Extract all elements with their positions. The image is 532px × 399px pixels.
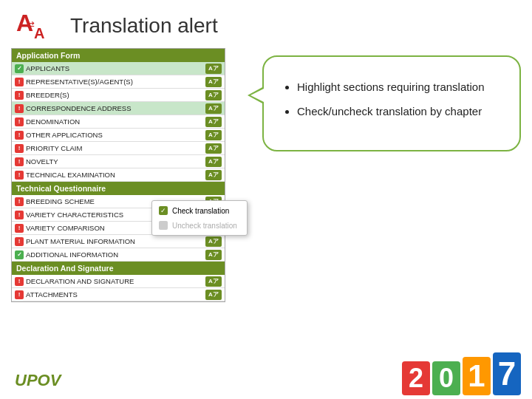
speech-bubble: Highlight sections requiring translation…: [262, 55, 521, 151]
translate-btn-0-4[interactable]: Aア: [205, 117, 222, 127]
translate-btn-2-1[interactable]: Aア: [205, 290, 222, 300]
status-icon-1-2: !: [15, 224, 24, 233]
translate-btn-1-3[interactable]: Aア: [205, 236, 222, 247]
status-icon-2-1: !: [15, 290, 24, 299]
section-header-1: Technical Questionnaire: [12, 182, 225, 195]
status-icon-1-0: !: [15, 197, 24, 206]
translation-icon: A A ⇄: [15, 7, 59, 44]
form-row-0-4: !DENOMINATIONAア: [12, 115, 225, 129]
status-icon-1-1: !: [15, 211, 24, 219]
bullet-list: Highlight sections requiring translation…: [282, 79, 501, 119]
form-row-0-6: !PRIORITY CLAIMAア: [12, 142, 225, 155]
row-label-1-4: ADDITIONAL INFORMATION: [26, 250, 203, 259]
form-row-0-0: ✓APPLICANTSAア: [12, 62, 225, 75]
form-row-0-8: !TECHNICAL EXAMINATIONAア: [12, 168, 225, 182]
uncheck-translation-label: Uncheck translation: [172, 222, 237, 230]
page-header: A A ⇄ Translation alert: [0, 0, 532, 48]
form-row-1-3: !PLANT MATERIAL INFORMATIONAア: [12, 235, 225, 248]
svg-text:⇄: ⇄: [27, 19, 35, 30]
form-row-2-1: !ATTACHMENTSAア: [12, 288, 225, 301]
form-row-0-3: !CORRESPONDENCE ADDRESSAア: [12, 102, 225, 115]
row-label-0-8: TECHNICAL EXAMINATION: [26, 171, 203, 179]
bullet-item-1: Highlight sections requiring translation: [297, 79, 501, 95]
status-icon-0-6: !: [15, 144, 24, 153]
translate-btn-1-4[interactable]: Aア: [205, 250, 222, 260]
page-title: Translation alert: [70, 14, 218, 38]
upov-logo: UPOV: [15, 371, 61, 390]
status-icon-0-0: ✓: [15, 64, 24, 73]
row-label-0-3: CORRESPONDENCE ADDRESS: [26, 104, 203, 112]
uncheck-translation-menu-item[interactable]: Uncheck translation: [152, 218, 247, 233]
main-content: Application Form✓APPLICANTSAア!REPRESENTA…: [0, 48, 532, 302]
status-icon-0-1: !: [15, 78, 24, 86]
section-header-0: Application Form: [12, 49, 225, 62]
translate-btn-2-0[interactable]: Aア: [205, 276, 222, 287]
row-label-0-5: OTHER APPLICATIONS: [26, 131, 203, 139]
status-icon-0-2: !: [15, 91, 24, 100]
translate-btn-0-5[interactable]: Aア: [205, 130, 222, 140]
svg-text:✓: ✓: [160, 207, 166, 214]
status-icon-1-4: ✓: [15, 250, 24, 259]
translate-btn-0-7[interactable]: Aア: [205, 157, 222, 167]
section-header-2: Declaration And Signature: [12, 262, 225, 275]
translate-btn-0-0[interactable]: Aア: [205, 64, 222, 74]
form-panel: Application Form✓APPLICANTSAア!REPRESENTA…: [11, 48, 225, 302]
row-label-0-4: DENOMINATION: [26, 117, 203, 126]
status-icon-2-0: !: [15, 277, 24, 286]
info-panel: Highlight sections requiring translation…: [240, 48, 521, 302]
translate-btn-0-1[interactable]: Aア: [205, 77, 222, 87]
status-icon-0-3: !: [15, 104, 24, 113]
form-row-0-1: !REPRESENTATIVE(S)/AGENT(S)Aア: [12, 75, 225, 89]
translate-btn-0-6[interactable]: Aア: [205, 143, 222, 154]
year-digit-3: 1: [463, 357, 491, 395]
row-label-0-1: REPRESENTATIVE(S)/AGENT(S): [26, 78, 203, 86]
form-row-2-0: !DECLARATION AND SIGNATUREAア: [12, 275, 225, 288]
status-icon-1-3: !: [15, 237, 24, 246]
context-menu: ✓ Check translation Uncheck translation: [151, 200, 248, 236]
row-label-1-3: PLANT MATERIAL INFORMATION: [26, 237, 203, 245]
status-icon-0-8: !: [15, 171, 24, 180]
row-label-0-2: BREEDER(S): [26, 91, 203, 99]
status-icon-0-7: !: [15, 157, 24, 166]
row-label-2-0: DECLARATION AND SIGNATURE: [26, 277, 203, 285]
translate-btn-0-3[interactable]: Aア: [205, 103, 222, 114]
check-translation-label: Check translation: [172, 207, 229, 215]
form-row-1-4: ✓ADDITIONAL INFORMATIONAア: [12, 248, 225, 262]
check-translation-menu-item[interactable]: ✓ Check translation: [152, 203, 247, 218]
form-row-0-5: !OTHER APPLICATIONSAア: [12, 129, 225, 142]
year-digit-1: 2: [402, 361, 430, 395]
svg-rect-5: [159, 221, 168, 230]
row-label-0-7: NOVELTY: [26, 157, 203, 166]
row-label-0-6: PRIORITY CLAIM: [26, 144, 203, 152]
row-label-0-0: APPLICANTS: [26, 64, 203, 72]
status-icon-0-4: !: [15, 117, 24, 126]
translate-btn-0-2[interactable]: Aア: [205, 90, 222, 100]
svg-text:A: A: [34, 25, 44, 41]
form-row-0-2: !BREEDER(S)Aア: [12, 89, 225, 102]
year-digit-2: 0: [432, 361, 460, 395]
year-digit-4: 7: [493, 352, 521, 395]
bullet-item-2: Check/uncheck translation by chapter: [297, 103, 501, 119]
form-row-0-7: !NOVELTYAア: [12, 155, 225, 168]
status-icon-0-5: !: [15, 131, 24, 140]
translate-btn-0-8[interactable]: Aア: [205, 170, 222, 180]
row-label-2-1: ATTACHMENTS: [26, 290, 203, 299]
year-decoration: 2 0 1 7: [402, 352, 521, 395]
